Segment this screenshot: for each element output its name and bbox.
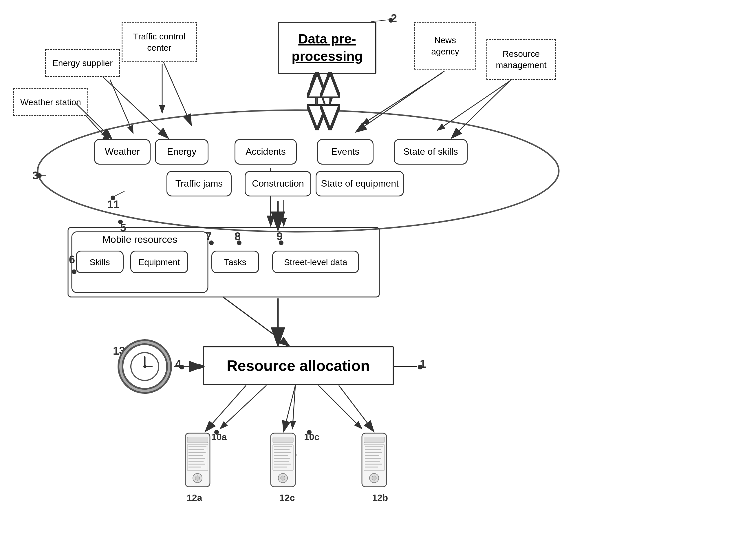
energy-label: Energy — [167, 146, 196, 158]
news-agency-box: Newsagency — [414, 22, 476, 70]
mobile-device-12b — [361, 432, 388, 490]
state-of-skills-box: State of skills — [394, 139, 467, 165]
dot-7 — [209, 241, 214, 245]
events-label: Events — [331, 146, 360, 158]
svg-line-18 — [293, 385, 295, 429]
events-box: Events — [317, 139, 374, 165]
mobile-resources-header: Mobile resources — [72, 232, 208, 247]
label-13: 13 — [113, 345, 125, 357]
state-of-equipment-label: State of equipment — [321, 178, 399, 190]
svg-point-29 — [143, 365, 146, 368]
resource-allocation-box: Resource allocation — [203, 346, 394, 385]
mobile-device-12c — [269, 432, 297, 490]
svg-line-17 — [220, 385, 266, 429]
label-6: 6 — [69, 253, 75, 266]
tasks-label: Tasks — [224, 256, 247, 268]
svg-point-55 — [280, 476, 285, 480]
mobile-device-12a — [184, 432, 212, 490]
news-agency-label: Newsagency — [431, 34, 459, 57]
accidents-box: Accidents — [234, 139, 297, 165]
svg-line-19 — [318, 385, 362, 429]
street-level-data-label: Street-level data — [284, 256, 347, 268]
tasks-box: Tasks — [212, 251, 259, 273]
construction-label: Construction — [252, 178, 304, 190]
skills-box: Skills — [76, 251, 124, 273]
label-10c: 10c — [304, 432, 319, 443]
dot-4 — [180, 365, 184, 370]
diagram-container: 2 3 11 5 6 7 8 9 4 1 10a 10b 10c 13 12a … — [0, 0, 756, 556]
weather-station-label: Weather station — [20, 97, 81, 108]
equipment-label: Equipment — [139, 256, 180, 268]
energy-supplier-box: Energy supplier — [45, 49, 120, 77]
label-12a: 12a — [187, 492, 202, 503]
label-12b: 12b — [372, 492, 388, 503]
dot-3 — [37, 173, 42, 178]
weather-box: Weather — [94, 139, 151, 165]
label-11: 11 — [107, 199, 119, 211]
weather-station-box: Weather station — [13, 89, 88, 116]
dot-10a — [214, 430, 219, 435]
accidents-label: Accidents — [245, 146, 286, 158]
svg-rect-31 — [187, 437, 208, 443]
label-12c: 12c — [279, 492, 295, 503]
equipment-box: Equipment — [130, 251, 188, 273]
data-preprocessing-label: Data pre-processing — [292, 30, 363, 65]
construction-box: Construction — [245, 171, 311, 197]
weather-label: Weather — [105, 146, 140, 158]
dot-1 — [418, 365, 422, 370]
svg-line-78 — [205, 385, 246, 431]
svg-line-80 — [339, 385, 374, 431]
resource-management-box: Resourcemanagement — [486, 39, 556, 80]
street-level-data-box: Street-level data — [272, 251, 359, 273]
svg-line-84 — [356, 71, 445, 132]
dot-9 — [279, 241, 284, 245]
svg-line-81 — [163, 62, 191, 125]
dot-11 — [111, 196, 115, 200]
clock-icon — [122, 343, 168, 390]
traffic-jams-box: Traffic jams — [166, 171, 232, 197]
state-of-equipment-box: State of equipment — [315, 171, 404, 197]
mobile-resources-label: Mobile resources — [103, 234, 178, 245]
dot-5 — [118, 220, 123, 224]
dot-10c — [307, 430, 311, 435]
data-preprocessing-box: Data pre-processing — [278, 22, 376, 74]
resource-management-label: Resourcemanagement — [496, 48, 546, 71]
svg-line-12 — [362, 72, 443, 125]
svg-rect-57 — [364, 437, 384, 443]
svg-line-13 — [437, 81, 509, 130]
svg-line-82 — [103, 77, 168, 138]
traffic-jams-label: Traffic jams — [176, 178, 223, 190]
dot-8 — [237, 241, 241, 245]
svg-line-16 — [223, 297, 290, 346]
state-of-skills-label: State of skills — [403, 146, 458, 158]
traffic-control-box: Traffic control center — [122, 22, 197, 62]
energy-supplier-label: Energy supplier — [52, 57, 113, 69]
svg-line-21 — [371, 20, 389, 22]
dot-6 — [72, 270, 76, 274]
svg-rect-44 — [273, 437, 293, 443]
svg-line-85 — [452, 80, 511, 138]
svg-point-42 — [195, 476, 200, 480]
svg-line-10 — [110, 80, 133, 133]
resource-allocation-label: Resource allocation — [227, 356, 370, 376]
svg-point-68 — [372, 476, 376, 480]
energy-box: Energy — [155, 139, 209, 165]
svg-line-79 — [284, 385, 295, 431]
skills-label: Skills — [89, 256, 110, 268]
label-10a: 10a — [212, 432, 227, 443]
dot-2 — [388, 18, 393, 23]
traffic-control-label: Traffic control center — [125, 31, 193, 53]
